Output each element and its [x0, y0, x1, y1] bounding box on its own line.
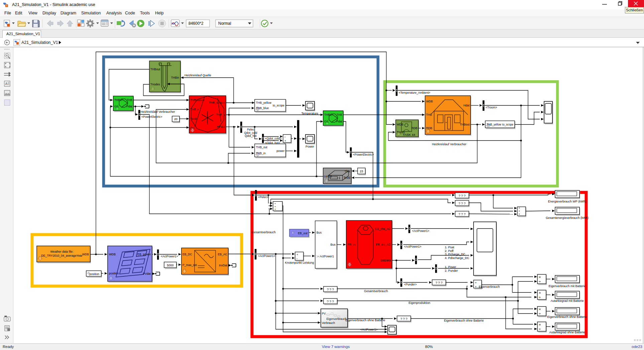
svg-text:THBout: THBout [150, 68, 160, 71]
svg-text:EB_out: EB_out [298, 232, 307, 235]
svg-text:THB_yellow: THB_yellow [256, 101, 272, 104]
svg-text:? ? ?: ? ? ? [459, 194, 466, 197]
svg-text:23: 23 [360, 170, 363, 173]
svg-text:<Pelec>: <Pelec> [258, 195, 269, 199]
svg-text:Weather data file:: Weather data file: [50, 250, 74, 253]
svg-text:Energieverbrauch WP (kWh): Energieverbrauch WP (kWh) [548, 200, 586, 203]
svg-text:<ActPower1>: <ActPower1> [360, 328, 378, 331]
svg-text:P_max_set: P_max_set [182, 263, 197, 267]
svg-text:Power: Power [305, 145, 314, 148]
svg-text:THB_yellow: THB_yellow [487, 123, 501, 126]
svg-text:THB: THB [426, 113, 432, 116]
svg-text:Verbrauch: Verbrauch [322, 321, 335, 325]
svg-text:Heizkreislauf Quelle: Heizkreislauf Quelle [184, 74, 211, 77]
svg-text:to_scope: to_scope [273, 104, 284, 107]
svg-text:? ? ?: ? ? ? [327, 299, 334, 303]
svg-text:-: - [296, 257, 297, 260]
svg-text:Heizkreislauf Verbraucher: Heizkreislauf Verbraucher [432, 143, 466, 146]
svg-text:? ? ?: ? ? ? [400, 317, 407, 321]
svg-text:Eigenverbrauch mit Batterie: Eigenverbrauch mit Batterie [548, 284, 586, 288]
svg-text:4. Pdischarge_DC: 4. Pdischarge_DC [445, 256, 470, 260]
svg-text::= ActPower1: := ActPower1 [316, 255, 334, 258]
svg-text:2. Peff: 2. Peff [445, 249, 454, 253]
svg-text:WDB: WDB [426, 100, 433, 103]
svg-text:THB_out: THB_out [256, 146, 268, 149]
svg-text:PV: PV [322, 312, 326, 315]
svg-text:power: power [277, 149, 285, 153]
svg-text:HPdat: HPdat [217, 125, 225, 128]
svg-text:TASK 44: TASK 44 [403, 133, 415, 137]
svg-text:-: - [284, 135, 285, 139]
svg-text:EB_DC: EB_DC [182, 253, 192, 256]
svg-text:+: + [475, 285, 477, 288]
svg-text:THBin: THBin [114, 98, 122, 102]
svg-text:+: + [284, 139, 286, 143]
svg-text:? ? ?: ? ? ? [435, 281, 442, 284]
svg-text:<Temperature_Ambient>: <Temperature_Ambient> [399, 91, 430, 94]
svg-text:position: position [89, 272, 99, 276]
svg-text:THB_s: THB_s [216, 113, 225, 116]
svg-text:Qdot_hot: Qdot_hot [245, 134, 257, 138]
svg-text:Autarkiegrad mit Batterie: Autarkiegrad mit Batterie [550, 299, 584, 302]
svg-text:÷: ÷ [539, 312, 541, 316]
svg-text:InvDat: InvDat [219, 264, 227, 267]
svg-text:×: × [539, 307, 541, 311]
svg-text:THB_in: THB_in [256, 152, 266, 155]
svg-text:÷: ÷ [539, 279, 541, 283]
svg-text:×: × [539, 291, 541, 295]
svg-text:20: 20 [174, 117, 177, 121]
svg-text:Pelec: Pelec [247, 128, 254, 131]
svg-text:<Qdot_cold>: <Qdot_cold> [265, 137, 281, 140]
svg-text:? ? ?: ? ? ? [327, 287, 334, 291]
svg-text:Eigenproduktion: Eigenproduktion [408, 301, 430, 304]
svg-text:Heizkreislauf Verbraucher: Heizkreislauf Verbraucher [140, 110, 175, 113]
svg-text:<PowerElectric>: <PowerElectric> [141, 115, 162, 118]
svg-text:Hdat: Hdat [464, 104, 470, 107]
svg-text:<ActPower1>: <ActPower1> [161, 255, 178, 258]
svg-text:A: A [5, 82, 8, 86]
svg-text:<PowerElectric>: <PowerElectric> [353, 153, 374, 156]
svg-text:? ? ?: ? ? ? [459, 212, 466, 216]
svg-text:+: + [296, 253, 298, 256]
svg-text:WDB: WDB [82, 253, 89, 256]
svg-text:EB_dis_AC: EB_dis_AC [376, 243, 391, 246]
svg-text:to_scope: to_scope [502, 123, 514, 126]
svg-text:Bus: Bus [331, 243, 336, 246]
svg-text:WDB: WDB [109, 253, 116, 256]
svg-text:Qdot_cold: Qdot_cold [244, 131, 257, 135]
svg-text:Eigenverbrauch ohne Batterie: Eigenverbrauch ohne Batterie [345, 319, 385, 322]
svg-text:EB_cha_AC: EB_cha_AC [375, 227, 391, 231]
svg-text:*: * [519, 213, 520, 216]
svg-text:Eigenverbrauch ohne Batterie: Eigenverbrauch ohne Batterie [547, 315, 587, 319]
svg-text:Eigenverbrauch ohne Batterie: Eigenverbrauch ohne Batterie [444, 319, 484, 322]
svg-text:÷: ÷ [539, 327, 541, 331]
svg-text:2. Punder: 2. Punder [445, 269, 458, 272]
svg-text:Tnodes: Tnodes [150, 83, 160, 86]
svg-text:1. Psat: 1. Psat [445, 246, 455, 249]
svg-text:+: + [475, 281, 477, 284]
svg-text:×: × [539, 323, 541, 327]
svg-text:THBsource: THBsource [190, 98, 205, 102]
svg-text:Bus: Bus [316, 231, 322, 234]
svg-text:<ActPower1>: <ActPower1> [404, 245, 421, 248]
svg-text:Gi1: Gi1 [324, 120, 329, 123]
svg-text:Gi1: Gi1 [114, 105, 119, 108]
svg-text:Normal: Normal [218, 21, 231, 26]
svg-text:BatData: BatData [380, 259, 391, 262]
svg-text:Gesamtverbrauch: Gesamtverbrauch [252, 231, 276, 234]
svg-text:×: × [539, 275, 541, 279]
svg-text:<Troom>: <Troom> [486, 106, 497, 109]
svg-text:THBin: THBin [324, 113, 332, 116]
svg-text:+: + [274, 208, 276, 211]
svg-text:THBout: THBout [460, 123, 470, 126]
svg-text:÷: ÷ [539, 295, 541, 299]
svg-text:EB_in: EB_in [348, 243, 355, 246]
svg-text:Gesamtenergieverbrauch (kWh): Gesamtenergieverbrauch (kWh) [546, 216, 589, 220]
svg-text:<Punder>: <Punder> [404, 283, 417, 286]
svg-text:Eigenverbrauch: Eigenverbrauch [479, 285, 500, 288]
svg-text:<ActPower1>: <ActPower1> [258, 254, 275, 258]
svg-text:DE_TRY2010_04_averageYear: DE_TRY2010_04_averageYear [41, 254, 82, 257]
svg-text:Knotenpunkt Leistung: Knotenpunkt Leistung [285, 261, 314, 264]
svg-text:? ? ?: ? ? ? [459, 201, 466, 205]
svg-text:Gesamtverbrauch: Gesamtverbrauch [364, 289, 388, 293]
